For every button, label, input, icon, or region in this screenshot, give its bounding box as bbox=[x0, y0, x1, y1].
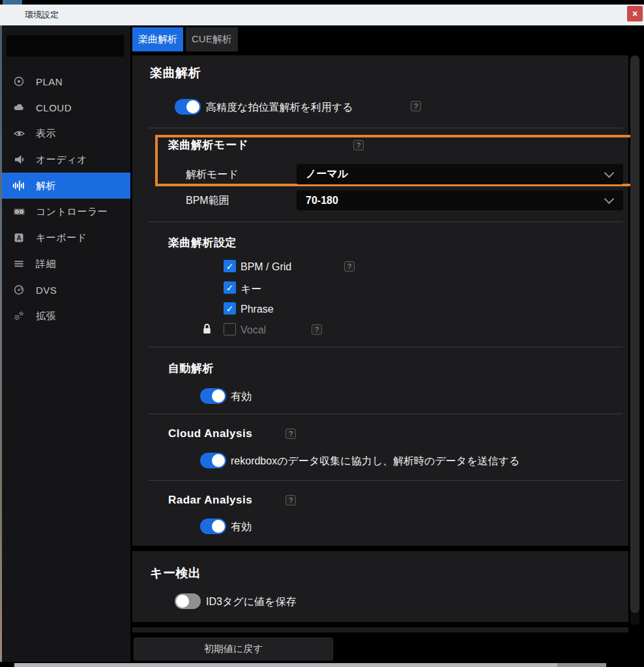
toggle-knob bbox=[186, 100, 199, 113]
sidebar-nav: PLAN CLOUD 表示 オーディオ 解析 コントローラー bbox=[2, 68, 130, 329]
id3-tag-label: ID3タグに値を保存 bbox=[206, 595, 296, 609]
titlebar: 環境設定 bbox=[0, 5, 644, 25]
disc-icon bbox=[11, 76, 27, 87]
search-input[interactable] bbox=[16, 40, 133, 51]
sidebar-item-label: 詳細 bbox=[36, 258, 56, 270]
auto-analysis-toggle[interactable] bbox=[200, 388, 226, 404]
sidebar-item-label: PLAN bbox=[36, 76, 63, 87]
radar-analysis-label: 有効 bbox=[231, 520, 252, 534]
track-analysis-panel: 楽曲解析 高精度な拍位置解析を利用する ? 楽曲解析モード ? 解析モード ノー… bbox=[132, 55, 628, 546]
keyboard-icon: A bbox=[11, 232, 27, 244]
sidebar-item-keyboard[interactable]: A キーボード bbox=[2, 225, 130, 251]
divider bbox=[149, 221, 622, 222]
sidebar-item-controller[interactable]: コントローラー bbox=[2, 199, 130, 225]
help-icon[interactable]: ? bbox=[344, 261, 355, 272]
analysis-mode-value: ノーマル bbox=[306, 167, 348, 181]
toggle-knob bbox=[212, 520, 225, 533]
scrollbar-thumb[interactable] bbox=[630, 55, 639, 613]
checkbox-vocal[interactable] bbox=[224, 323, 236, 335]
svg-text:A: A bbox=[16, 234, 21, 242]
sidebar-item-label: キーボード bbox=[36, 232, 87, 244]
speaker-icon bbox=[11, 154, 27, 165]
toggle-knob bbox=[176, 595, 189, 608]
chevron-down-icon bbox=[604, 168, 615, 178]
precise-beat-label: 高精度な拍位置解析を利用する bbox=[206, 101, 353, 115]
cloud-analysis-label: rekordboxのデータ収集に協力し、解析時のデータを送信する bbox=[231, 455, 520, 468]
checkbox-key[interactable]: ✓ bbox=[224, 281, 236, 294]
sidebar-item-label: コントローラー bbox=[36, 206, 108, 218]
sidebar-item-analysis[interactable]: 解析 bbox=[2, 173, 130, 199]
gears-icon bbox=[11, 310, 27, 322]
sidebar-item-extension[interactable]: 拡張 bbox=[2, 303, 130, 329]
sidebar-item-dvs[interactable]: DVS bbox=[2, 277, 130, 303]
id3-tag-toggle[interactable] bbox=[175, 593, 201, 609]
sidebar-item-cloud[interactable]: CLOUD bbox=[2, 94, 130, 121]
next-panel-sliver bbox=[132, 627, 628, 632]
chevron-down-icon bbox=[604, 194, 615, 205]
window-bottom-edge bbox=[14, 663, 557, 667]
help-icon[interactable]: ? bbox=[411, 101, 421, 111]
checkbox-label: Vocal bbox=[241, 324, 266, 336]
section-title-key-detection: キー検出 bbox=[150, 565, 201, 582]
sidebar-item-label: DVS bbox=[36, 285, 57, 296]
sidebar: PLAN CLOUD 表示 オーディオ 解析 コントローラー bbox=[2, 25, 130, 662]
lines-icon bbox=[11, 258, 27, 270]
divider bbox=[149, 414, 622, 414]
analysis-mode-dropdown[interactable]: ノーマル bbox=[297, 164, 623, 184]
window-bottom-edge-dark bbox=[557, 663, 606, 667]
close-button[interactable]: × bbox=[627, 6, 643, 21]
sidebar-item-advanced[interactable]: 詳細 bbox=[2, 251, 130, 277]
checkbox-phrase[interactable]: ✓ bbox=[224, 302, 236, 315]
tab-track-analysis[interactable]: 楽曲解析 bbox=[132, 27, 183, 51]
vinyl-icon bbox=[11, 284, 27, 296]
checkbox-label: BPM / Grid bbox=[241, 261, 291, 273]
lock-icon bbox=[202, 322, 212, 337]
divider bbox=[149, 480, 622, 481]
checkbox-label: キー bbox=[241, 283, 261, 296]
divider bbox=[149, 347, 622, 347]
toggle-knob bbox=[212, 390, 225, 403]
sidebar-item-label: 解析 bbox=[36, 180, 56, 192]
cloud-analysis-toggle[interactable] bbox=[200, 453, 226, 468]
controller-icon bbox=[11, 206, 27, 218]
sidebar-item-label: オーディオ bbox=[36, 154, 87, 166]
subsection-title-radar-analysis: Radar Analysis bbox=[168, 494, 252, 507]
sidebar-item-plan[interactable]: PLAN bbox=[2, 68, 130, 94]
preferences-dialog: 環境設定 × PLAN CLOUD 表示 オーディオ bbox=[0, 0, 644, 667]
subsection-title-auto-analysis: 自動解析 bbox=[168, 361, 214, 376]
divider bbox=[149, 128, 622, 128]
key-detection-panel: キー検出 ID3タグに値を保存 bbox=[132, 551, 628, 622]
reset-defaults-button[interactable]: 初期値に戻す bbox=[134, 638, 333, 660]
section-title-track-analysis: 楽曲解析 bbox=[150, 64, 201, 81]
precise-beat-toggle[interactable] bbox=[175, 99, 201, 115]
sidebar-item-label: 拡張 bbox=[36, 310, 56, 322]
help-icon[interactable]: ? bbox=[353, 140, 364, 150]
search-box[interactable] bbox=[7, 35, 124, 57]
waveform-icon bbox=[11, 180, 27, 192]
sidebar-item-audio[interactable]: オーディオ bbox=[2, 147, 130, 173]
auto-analysis-label: 有効 bbox=[231, 390, 252, 404]
sidebar-item-display[interactable]: 表示 bbox=[2, 121, 130, 147]
subsection-title-cloud-analysis: Cloud Analysis bbox=[168, 427, 252, 440]
subsection-title-analysis-settings: 楽曲解析設定 bbox=[168, 235, 237, 250]
bpm-range-dropdown[interactable]: 70-180 bbox=[297, 190, 623, 210]
sidebar-item-label: CLOUD bbox=[36, 102, 72, 113]
tab-bar: 楽曲解析 CUE解析 bbox=[132, 27, 238, 51]
analysis-mode-label: 解析モード bbox=[186, 168, 239, 182]
window-title: 環境設定 bbox=[25, 9, 59, 21]
tab-cue-analysis[interactable]: CUE解析 bbox=[186, 27, 238, 51]
help-icon[interactable]: ? bbox=[285, 429, 296, 439]
eye-icon bbox=[11, 128, 27, 139]
sidebar-item-label: 表示 bbox=[36, 128, 56, 140]
subsection-title-analysis-mode: 楽曲解析モード bbox=[168, 137, 248, 152]
cloud-sync-icon bbox=[11, 102, 27, 113]
radar-analysis-toggle[interactable] bbox=[200, 518, 226, 534]
checkbox-label: Phrase bbox=[241, 304, 274, 315]
toggle-knob bbox=[212, 454, 225, 467]
bpm-range-value: 70-180 bbox=[306, 195, 338, 206]
help-icon[interactable]: ? bbox=[285, 495, 296, 505]
bpm-range-label: BPM範囲 bbox=[186, 194, 229, 208]
checkbox-bpm-grid[interactable]: ✓ bbox=[224, 260, 236, 272]
background-artifact bbox=[3, 0, 22, 5]
help-icon[interactable]: ? bbox=[312, 324, 322, 335]
